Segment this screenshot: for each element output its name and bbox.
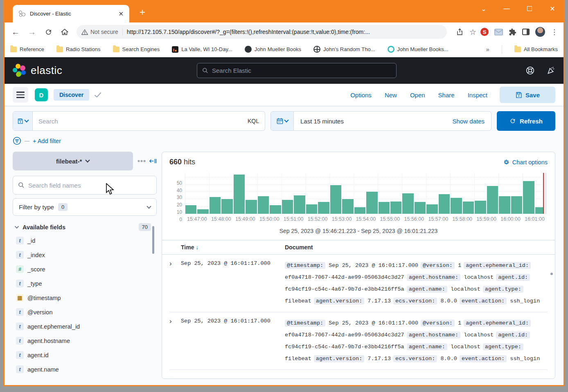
- global-search-input[interactable]: Search Elastic: [197, 63, 397, 78]
- browser-tab[interactable]: Discover - Elastic ✕: [13, 5, 129, 22]
- field-list-item[interactable]: t agent.hostname: [13, 334, 157, 348]
- window-minimize-icon[interactable]: —: [500, 2, 513, 15]
- field-list-item[interactable]: t agent.name: [13, 362, 157, 376]
- field-name-pill[interactable]: agent.hostname:: [407, 274, 461, 281]
- histogram-bar[interactable]: [487, 186, 498, 214]
- help-icon[interactable]: [526, 66, 534, 75]
- extension-s-icon[interactable]: S: [480, 28, 489, 36]
- field-name-pill[interactable]: agent.type:: [483, 286, 523, 293]
- browser-menu-icon[interactable]: ⋮: [551, 28, 558, 36]
- url-bar[interactable]: Not secure http://172.105.7.150/app/disc…: [77, 25, 447, 39]
- new-tab-button[interactable]: +: [140, 7, 145, 17]
- field-options-icon[interactable]: [138, 160, 146, 162]
- expand-row-icon[interactable]: ›: [169, 317, 181, 365]
- security-indicator[interactable]: Not secure: [81, 29, 118, 35]
- elastic-brand[interactable]: elastic: [31, 64, 62, 77]
- histogram-bar[interactable]: [354, 207, 365, 214]
- side-panel-icon[interactable]: [522, 29, 530, 35]
- field-list-item[interactable]: t agent.ephemeral_id: [13, 319, 157, 334]
- histogram-bar[interactable]: [463, 202, 474, 214]
- time-range-value[interactable]: Last 15 minutes: [294, 118, 453, 125]
- forward-icon[interactable]: →: [25, 25, 39, 39]
- field-list-item[interactable]: t _id: [13, 233, 157, 248]
- collapse-sidebar-icon[interactable]: [149, 158, 157, 164]
- window-maximize-icon[interactable]: [523, 2, 536, 15]
- app-nav-link[interactable]: New: [385, 92, 397, 99]
- expand-row-icon[interactable]: ›: [169, 260, 181, 307]
- histogram-bar[interactable]: [258, 196, 269, 214]
- histogram-bar[interactable]: [475, 201, 486, 214]
- field-name-pill[interactable]: @timestamp:: [285, 320, 325, 327]
- home-icon[interactable]: [58, 25, 72, 39]
- field-name-pill[interactable]: agent.name:: [407, 343, 447, 350]
- extension-mail-icon[interactable]: [494, 29, 503, 36]
- fields-scrollbar[interactable]: [152, 226, 154, 254]
- filter-icon[interactable]: [13, 137, 21, 145]
- histogram-bar[interactable]: [451, 198, 462, 214]
- field-name-pill[interactable]: agent.type:: [483, 343, 523, 350]
- bookmark-item[interactable]: John Mueller Books: [245, 46, 301, 53]
- histogram-bar[interactable]: [426, 204, 437, 214]
- bookmark-item[interactable]: John's Random Tho...: [313, 46, 375, 53]
- filter-by-type-select[interactable]: Filter by type 0: [13, 198, 157, 216]
- histogram-bar[interactable]: [270, 205, 281, 214]
- app-nav-link[interactable]: Inspect: [468, 92, 487, 99]
- histogram-bar[interactable]: [221, 199, 232, 214]
- field-list-item[interactable]: t _index: [13, 248, 157, 262]
- saved-query-button[interactable]: [13, 112, 33, 130]
- app-nav-link[interactable]: Open: [410, 92, 425, 99]
- histogram-bar[interactable]: [523, 181, 534, 214]
- field-name-pill[interactable]: agent.version:: [314, 355, 364, 362]
- histogram-bar[interactable]: [439, 194, 450, 214]
- histogram-bar[interactable]: [379, 202, 390, 214]
- field-search-input[interactable]: Search field names: [13, 176, 157, 195]
- field-name-pill[interactable]: agent.ephemeral_id:: [464, 320, 531, 327]
- tab-close-icon[interactable]: ✕: [117, 10, 125, 18]
- newsfeed-icon[interactable]: [547, 66, 555, 75]
- field-name-pill[interactable]: agent.version:: [314, 298, 364, 305]
- reload-icon[interactable]: [41, 25, 55, 39]
- histogram-bar[interactable]: [246, 200, 257, 214]
- histogram-bar[interactable]: [415, 202, 426, 214]
- all-bookmarks-button[interactable]: All Bookmarks: [514, 46, 558, 52]
- table-scrollbar[interactable]: [550, 273, 553, 275]
- field-name-pill[interactable]: @version:: [421, 262, 455, 269]
- index-pattern-select[interactable]: filebeat-*: [13, 152, 133, 170]
- histogram-bar[interactable]: [402, 193, 413, 214]
- histogram-bar[interactable]: [306, 204, 317, 214]
- col-time-header[interactable]: Time ↓: [169, 244, 285, 251]
- bookmark-star-icon[interactable]: ☆: [469, 28, 476, 36]
- space-badge[interactable]: D: [35, 88, 48, 101]
- histogram-bar[interactable]: [390, 202, 401, 214]
- chart-options-button[interactable]: Chart options: [503, 159, 548, 166]
- kql-label[interactable]: KQL: [242, 118, 265, 124]
- url-text[interactable]: http://172.105.7.150/app/discover#/?_g=(…: [127, 29, 442, 35]
- field-list-item[interactable]: ▦ @timestamp: [13, 291, 157, 305]
- share-icon[interactable]: [456, 28, 464, 36]
- field-name-pill[interactable]: agent.id:: [496, 332, 530, 338]
- bookmark-item[interactable]: Reference: [10, 46, 44, 52]
- field-list-item[interactable]: t @version: [13, 305, 157, 319]
- menu-hamburger-icon[interactable]: [13, 87, 28, 103]
- field-name-pill[interactable]: ecs.version:: [393, 355, 437, 362]
- histogram-bar[interactable]: [366, 192, 377, 214]
- bookmark-item[interactable]: John Mueller Books...: [388, 46, 449, 53]
- histogram-bar[interactable]: [210, 197, 221, 214]
- elastic-logo[interactable]: [13, 64, 27, 78]
- histogram-bar[interactable]: [185, 205, 196, 214]
- field-name-pill[interactable]: agent.ephemeral_id:: [464, 262, 531, 269]
- histogram-bar[interactable]: [318, 202, 329, 214]
- field-name-pill[interactable]: event.action:: [460, 298, 507, 305]
- refresh-button[interactable]: Refresh: [497, 111, 555, 131]
- query-search-input[interactable]: Search: [33, 118, 242, 125]
- bookmark-item[interactable]: Radio Stations: [56, 46, 101, 52]
- histogram-bar[interactable]: [197, 209, 208, 214]
- histogram-bar[interactable]: [330, 185, 341, 214]
- histogram-bar[interactable]: [282, 200, 293, 214]
- profile-avatar[interactable]: [535, 27, 545, 37]
- window-menu-icon[interactable]: ⌄: [478, 2, 490, 15]
- field-list-item[interactable]: # _score: [13, 262, 157, 276]
- available-fields-header[interactable]: Available fields 70: [15, 223, 157, 231]
- bookmark-item[interactable]: Search Engines: [113, 46, 160, 52]
- col-document-header[interactable]: Document: [285, 244, 313, 251]
